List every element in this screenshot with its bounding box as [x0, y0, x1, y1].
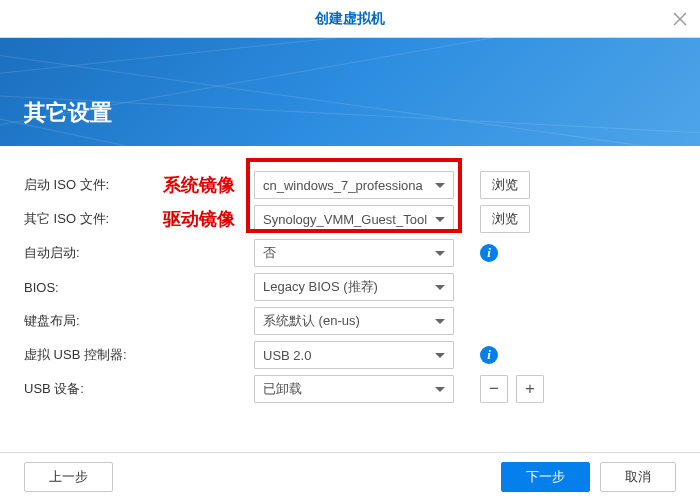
chevron-down-icon — [435, 387, 445, 392]
chevron-down-icon — [435, 217, 445, 222]
info-icon[interactable]: i — [480, 244, 498, 262]
footer: 上一步 下一步 取消 — [0, 452, 700, 500]
boot-iso-browse-button[interactable]: 浏览 — [480, 171, 530, 199]
next-button[interactable]: 下一步 — [501, 462, 590, 492]
keyboard-value: 系统默认 (en-us) — [263, 312, 429, 330]
boot-iso-label: 启动 ISO 文件: — [24, 176, 144, 194]
bios-label: BIOS: — [24, 280, 144, 295]
auto-start-select[interactable]: 否 — [254, 239, 454, 267]
titlebar: 创建虚拟机 — [0, 0, 700, 38]
other-iso-select[interactable]: Synology_VMM_Guest_Tool — [254, 205, 454, 233]
bios-select[interactable]: Legacy BIOS (推荐) — [254, 273, 454, 301]
other-iso-value: Synology_VMM_Guest_Tool — [263, 212, 429, 227]
keyboard-select[interactable]: 系统默认 (en-us) — [254, 307, 454, 335]
add-usb-button[interactable]: + — [516, 375, 544, 403]
cancel-button[interactable]: 取消 — [600, 462, 676, 492]
chevron-down-icon — [435, 319, 445, 324]
usb-controller-select[interactable]: USB 2.0 — [254, 341, 454, 369]
usb-controller-label: 虚拟 USB 控制器: — [24, 346, 144, 364]
dialog-title: 创建虚拟机 — [315, 10, 385, 28]
auto-start-label: 自动启动: — [24, 244, 144, 262]
other-iso-label: 其它 ISO 文件: — [24, 210, 144, 228]
close-icon[interactable] — [672, 11, 688, 27]
banner: 其它设置 — [0, 38, 700, 146]
usb-device-select[interactable]: 已卸载 — [254, 375, 454, 403]
form-area: 启动 ISO 文件: 系统镜像 cn_windows_7_professiona… — [0, 146, 700, 406]
remove-usb-button[interactable]: − — [480, 375, 508, 403]
auto-start-value: 否 — [263, 244, 429, 262]
info-icon[interactable]: i — [480, 346, 498, 364]
annotation-driver-image: 驱动镜像 — [144, 207, 254, 231]
annotation-system-image: 系统镜像 — [144, 173, 254, 197]
chevron-down-icon — [435, 285, 445, 290]
bios-value: Legacy BIOS (推荐) — [263, 278, 429, 296]
chevron-down-icon — [435, 251, 445, 256]
boot-iso-select[interactable]: cn_windows_7_professiona — [254, 171, 454, 199]
usb-device-label: USB 设备: — [24, 380, 144, 398]
chevron-down-icon — [435, 183, 445, 188]
prev-button[interactable]: 上一步 — [24, 462, 113, 492]
usb-controller-value: USB 2.0 — [263, 348, 429, 363]
other-iso-browse-button[interactable]: 浏览 — [480, 205, 530, 233]
keyboard-label: 键盘布局: — [24, 312, 144, 330]
usb-device-value: 已卸载 — [263, 380, 429, 398]
chevron-down-icon — [435, 353, 445, 358]
page-title: 其它设置 — [24, 98, 112, 128]
boot-iso-value: cn_windows_7_professiona — [263, 178, 429, 193]
